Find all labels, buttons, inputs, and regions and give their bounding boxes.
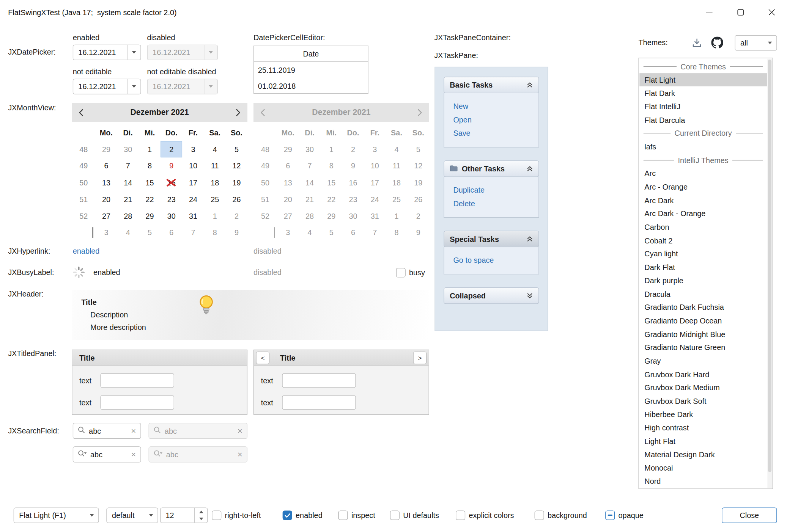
checkbox-inspect[interactable]: inspect	[338, 508, 375, 523]
download-icon[interactable]	[692, 38, 702, 50]
theme-list-item[interactable]: lafs	[639, 140, 767, 153]
calendar-day-cell[interactable]: 24	[182, 191, 204, 208]
calendar-day-cell[interactable]: 30	[161, 208, 182, 224]
taskpane-link[interactable]: Go to space	[453, 253, 529, 267]
checkbox-box[interactable]	[605, 511, 615, 520]
theme-list-item[interactable]: Carbon	[639, 220, 767, 234]
theme-list-item[interactable]: Gradianto Midnight Blue	[639, 327, 767, 341]
theme-list-item[interactable]: Gruvbox Dark Soft	[639, 394, 767, 408]
calendar-day-cell[interactable]: 10	[182, 158, 204, 174]
theme-list-item[interactable]: Nord	[639, 475, 767, 488]
checkbox-background[interactable]: background	[535, 508, 587, 523]
titledpanel-right-button[interactable]: >	[413, 352, 427, 364]
table-column-header[interactable]: Date	[254, 46, 368, 62]
taskpane-link[interactable]: New	[453, 99, 529, 113]
theme-list-item[interactable]: Monocai	[639, 461, 767, 474]
searchfield-enabled[interactable]: abc ×	[73, 423, 141, 439]
calendar-day-cell[interactable]: 1	[139, 141, 161, 158]
calendar-day-cell[interactable]: 8	[204, 224, 226, 241]
theme-list-item[interactable]: Dark Flat	[639, 261, 767, 274]
calendar-day-cell[interactable]: 11	[204, 158, 226, 174]
theme-list-item[interactable]: High contrast	[639, 421, 767, 434]
calendar-day-cell[interactable]: 22	[139, 191, 161, 208]
theme-list-item[interactable]: Gradianto Nature Green	[639, 341, 767, 354]
taskpane-header[interactable]: Special Tasks	[444, 231, 539, 247]
calendar-day-cell[interactable]: 29	[95, 141, 117, 158]
theme-list-item[interactable]: Light Flat	[639, 435, 767, 448]
titledpanel-left-button[interactable]: <	[256, 352, 270, 364]
checkbox-enabled[interactable]: enabled	[283, 508, 323, 523]
calendar-day-cell[interactable]: 6	[95, 158, 117, 174]
theme-list-item[interactable]: Flat IntelliJ	[639, 100, 767, 113]
taskpane-link[interactable]: Delete	[453, 197, 529, 210]
maximize-button[interactable]	[725, 0, 756, 24]
calendar-day-cell[interactable]: 31	[182, 208, 204, 224]
font-size-spinner[interactable]: 12	[160, 508, 208, 523]
checkbox-box[interactable]	[283, 511, 292, 520]
taskpane-header[interactable]: Other Tasks	[444, 160, 539, 177]
theme-list-item[interactable]: Material Design Dark	[639, 448, 767, 461]
checkbox-box[interactable]	[338, 511, 348, 520]
checkbox-box[interactable]	[456, 511, 465, 520]
combo-dropdown-button[interactable]	[144, 508, 158, 523]
theme-list-item[interactable]: Flat Darcula	[639, 113, 767, 127]
calendar-day-cell[interactable]: 9	[226, 224, 247, 241]
calendar-day-cell[interactable]: 30	[117, 141, 139, 158]
calendar-day-cell[interactable]: 3	[95, 224, 117, 241]
table-row[interactable]: 01.02.2018	[254, 78, 368, 94]
checkbox-ui-defaults[interactable]: UI defaults	[390, 508, 439, 523]
calendar-day-cell[interactable]: 9	[161, 158, 182, 174]
checkbox-box[interactable]	[535, 511, 544, 520]
scrollbar-thumb[interactable]	[768, 60, 771, 472]
checkbox-box[interactable]	[390, 511, 400, 520]
theme-list-item[interactable]: Dracula	[639, 287, 767, 300]
calendar-day-cell[interactable]: 19	[226, 174, 247, 191]
text-input[interactable]	[282, 373, 356, 388]
calendar-day-cell[interactable]: 29	[139, 208, 161, 224]
taskpane-header[interactable]: Basic Tasks	[444, 77, 539, 93]
spinner-down-button[interactable]	[195, 515, 207, 523]
calendar-day-cell[interactable]: 6	[161, 224, 182, 241]
combo-dropdown-button[interactable]	[763, 36, 777, 50]
theme-list-item[interactable]: Gradianto Dark Fuchsia	[639, 301, 767, 314]
theme-list-item[interactable]: Arc Dark - Orange	[639, 207, 767, 220]
calendar-day-cell[interactable]: 5	[226, 141, 247, 158]
calendar-day-cell[interactable]: 27	[95, 208, 117, 224]
calendar-day-cell[interactable]: 18	[204, 174, 226, 191]
text-input[interactable]	[282, 395, 356, 410]
calendar-day-cell[interactable]: 8	[139, 158, 161, 174]
clear-icon[interactable]: ×	[131, 427, 136, 435]
calendar-day-cell[interactable]: 14	[117, 174, 139, 191]
calendar-day-cell[interactable]: 16	[161, 174, 182, 191]
close-button[interactable]: Close	[722, 508, 777, 523]
theme-list-item[interactable]: Gradianto Deep Ocean	[639, 314, 767, 327]
theme-list-item[interactable]: Dark purple	[639, 274, 767, 287]
style-combo[interactable]: default	[106, 508, 158, 523]
calendar-day-cell[interactable]: 20	[95, 191, 117, 208]
calendar-day-cell[interactable]: 1	[204, 208, 226, 224]
spinner-up-button[interactable]	[195, 508, 207, 515]
next-month-button[interactable]	[235, 108, 241, 116]
checkbox-right-to-left[interactable]: right-to-left	[212, 508, 261, 523]
github-icon[interactable]	[711, 37, 723, 50]
theme-list-item[interactable]: Arc	[639, 167, 767, 180]
theme-list-item[interactable]: Gray	[639, 354, 767, 367]
calendar-day-cell[interactable]: 3	[182, 141, 204, 158]
minimize-button[interactable]	[694, 0, 725, 24]
calendar-day-cell[interactable]: 4	[204, 141, 226, 158]
theme-list-item[interactable]: Flat Light	[639, 73, 767, 86]
calendar-day-cell[interactable]: 15	[139, 174, 161, 191]
checkbox-explicit-colors[interactable]: explicit colors	[456, 508, 514, 523]
calendar-day-cell[interactable]: 13	[95, 174, 117, 191]
datepicker-not-editable[interactable]: 16.12.2021	[73, 79, 141, 94]
themes-filter-combo[interactable]: all	[735, 35, 777, 51]
hyperlink-enabled[interactable]: enabled	[73, 247, 100, 255]
calendar-day-cell[interactable]: 23	[161, 191, 182, 208]
combo-dropdown-button[interactable]	[85, 508, 99, 523]
calendar-day-cell[interactable]: 2	[226, 208, 247, 224]
text-input[interactable]	[101, 373, 174, 388]
theme-list-item[interactable]: Cyan light	[639, 247, 767, 261]
theme-list-item[interactable]: Arc Dark	[639, 193, 767, 207]
calendar-day-cell[interactable]: 7	[182, 224, 204, 241]
calendar-day-cell[interactable]: 26	[226, 191, 247, 208]
